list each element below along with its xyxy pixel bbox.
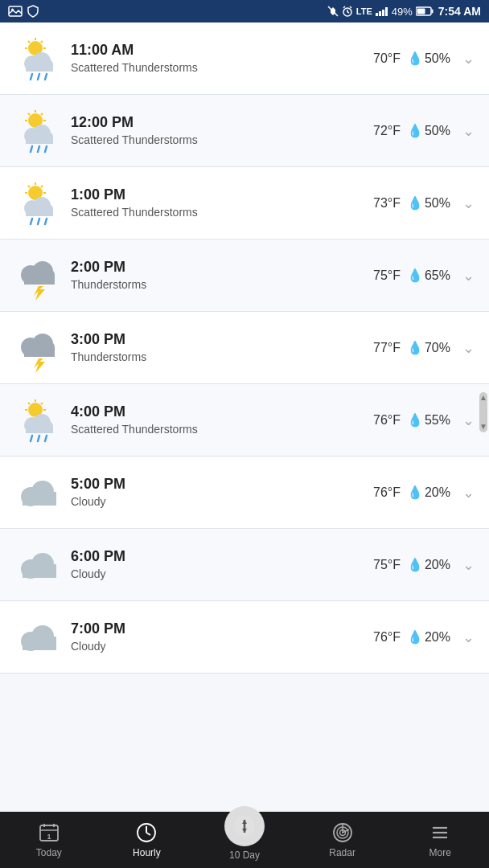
svg-marker-69 <box>34 358 45 373</box>
weather-info-4: 3:00 PM Thunderstorms <box>68 331 373 364</box>
status-left-icons <box>8 5 39 18</box>
weather-time-6: 5:00 PM <box>71 476 373 493</box>
today-icon: 1 <box>38 821 60 844</box>
nav-hourly-label: Hourly <box>133 847 161 858</box>
mute-icon <box>327 6 339 17</box>
svg-line-75 <box>28 403 30 404</box>
expand-chevron-5[interactable]: ⌄ <box>458 411 478 429</box>
weather-temp-6: 76°F <box>373 485 401 500</box>
radar-icon <box>331 821 354 844</box>
svg-line-42 <box>31 146 32 152</box>
weather-temp-4: 77°F <box>373 341 401 355</box>
scrollbar-track[interactable]: ▲ ▼ <box>478 23 489 812</box>
weather-stats-0: 70°F 💧 50% <box>373 51 450 66</box>
alarm-icon <box>342 6 353 17</box>
weather-row[interactable]: 1:00 PM Scattered Thunderstorms 73°F 💧 5… <box>0 167 489 240</box>
rain-drop-icon-0: 💧 <box>407 51 423 66</box>
scroll-up-arrow[interactable]: ▲ <box>479 394 487 402</box>
weather-row[interactable]: 6:00 PM Cloudy 75°F 💧 20% ⌄ <box>0 529 489 601</box>
weather-icon-8 <box>11 612 68 662</box>
precip-value-0: 50% <box>425 51 450 66</box>
expand-chevron-4[interactable]: ⌄ <box>458 339 478 357</box>
svg-line-29 <box>45 74 47 80</box>
svg-rect-41 <box>26 136 53 144</box>
svg-rect-14 <box>417 9 425 14</box>
nav-10day[interactable]: 10 Day <box>195 806 294 861</box>
svg-line-84 <box>45 436 47 441</box>
status-time: 7:54 AM <box>438 5 481 18</box>
weather-stats-1: 72°F 💧 50% <box>373 123 450 138</box>
svg-line-7 <box>350 6 351 8</box>
scroll-down-arrow[interactable]: ▼ <box>479 423 487 431</box>
svg-text:1: 1 <box>47 833 51 841</box>
weather-precip-0: 💧 50% <box>407 51 450 66</box>
weather-icon-6 <box>11 468 68 518</box>
precip-value-7: 20% <box>425 558 450 572</box>
nav-radar[interactable]: Radar <box>294 821 392 858</box>
nav-hourly[interactable]: Hourly <box>98 821 196 858</box>
weather-icon-3 <box>11 251 68 301</box>
weather-row[interactable]: 7:00 PM Cloudy 76°F 💧 20% ⌄ <box>0 601 489 674</box>
weather-precip-6: 💧 20% <box>407 485 450 500</box>
weather-row[interactable]: 5:00 PM Cloudy 76°F 💧 20% ⌄ <box>0 457 489 529</box>
nav-more-label: More <box>429 847 451 858</box>
precip-value-3: 65% <box>425 268 450 283</box>
weather-icon-1 <box>11 106 68 156</box>
precip-value-2: 50% <box>425 196 450 211</box>
svg-rect-96 <box>23 637 56 650</box>
weather-desc-1: Scattered Thunderstorms <box>71 133 373 147</box>
expand-chevron-7[interactable]: ⌄ <box>458 556 478 574</box>
weather-desc-3: Thunderstorms <box>71 277 373 292</box>
rain-drop-icon-5: 💧 <box>407 412 423 428</box>
expand-chevron-2[interactable]: ⌄ <box>458 194 478 212</box>
weather-stats-6: 76°F 💧 20% <box>373 485 450 500</box>
rain-drop-icon-8: 💧 <box>407 629 423 645</box>
svg-line-22 <box>41 41 43 43</box>
rain-drop-icon-2: 💧 <box>407 195 423 211</box>
weather-desc-2: Scattered Thunderstorms <box>71 205 373 219</box>
weather-desc-7: Cloudy <box>71 567 373 581</box>
weather-desc-4: Thunderstorms <box>71 350 373 364</box>
weather-temp-2: 73°F <box>373 196 401 211</box>
weather-info-6: 5:00 PM Cloudy <box>68 476 373 509</box>
svg-rect-11 <box>385 7 388 16</box>
weather-info-1: 12:00 PM Scattered Thunderstorms <box>68 114 373 147</box>
precip-value-5: 55% <box>425 413 450 428</box>
nav-today[interactable]: 1 Today <box>0 821 98 858</box>
expand-chevron-8[interactable]: ⌄ <box>458 628 478 646</box>
weather-desc-8: Cloudy <box>71 639 373 653</box>
svg-line-28 <box>38 74 39 80</box>
expand-chevron-3[interactable]: ⌄ <box>458 267 478 285</box>
scrollbar-thumb[interactable]: ▲ ▼ <box>479 392 487 432</box>
expand-chevron-0[interactable]: ⌄ <box>458 50 478 68</box>
weather-icon-4 <box>11 323 68 373</box>
weather-precip-1: 💧 50% <box>407 123 450 138</box>
svg-line-50 <box>28 186 30 187</box>
weather-precip-2: 💧 50% <box>407 195 450 211</box>
weather-row[interactable]: 11:00 AM Scattered Thunderstorms 70°F 💧 … <box>0 23 489 95</box>
image-icon <box>8 6 23 17</box>
weather-info-3: 2:00 PM Thunderstorms <box>68 259 373 292</box>
weather-row[interactable]: 4:00 PM Scattered Thunderstorms 76°F 💧 5… <box>0 384 489 457</box>
precip-value-6: 20% <box>425 485 450 500</box>
weather-row[interactable]: 3:00 PM Thunderstorms 77°F 💧 70% ⌄ <box>0 312 489 384</box>
10day-icon <box>224 806 265 846</box>
weather-precip-4: 💧 70% <box>407 340 450 355</box>
status-bar: LTE 49% 7:54 AM <box>0 0 489 23</box>
weather-row[interactable]: 12:00 PM Scattered Thunderstorms 72°F 💧 … <box>0 95 489 167</box>
expand-chevron-6[interactable]: ⌄ <box>458 484 478 502</box>
more-icon <box>429 821 451 844</box>
svg-line-43 <box>38 146 39 152</box>
weather-icon-5 <box>11 395 68 445</box>
expand-chevron-1[interactable]: ⌄ <box>458 122 478 140</box>
nav-10day-label: 10 Day <box>229 850 260 861</box>
weather-icon-7 <box>11 540 68 590</box>
weather-info-8: 7:00 PM Cloudy <box>68 620 373 653</box>
weather-stats-2: 73°F 💧 50% <box>373 195 450 211</box>
nav-more[interactable]: More <box>391 821 489 858</box>
weather-row[interactable]: 2:00 PM Thunderstorms 75°F 💧 65% ⌄ <box>0 240 489 312</box>
svg-line-27 <box>31 74 32 80</box>
svg-line-35 <box>28 113 30 115</box>
svg-rect-9 <box>379 11 381 16</box>
svg-line-20 <box>28 41 30 43</box>
